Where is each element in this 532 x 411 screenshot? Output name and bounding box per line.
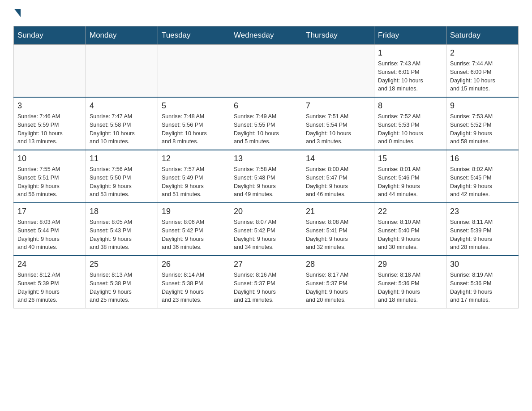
calendar-cell: 20Sunrise: 8:07 AMSunset: 5:42 PMDayligh… — [230, 203, 302, 256]
day-number: 27 — [234, 260, 298, 269]
calendar-week-row: 10Sunrise: 7:55 AMSunset: 5:51 PMDayligh… — [14, 150, 519, 203]
day-info: Sunrise: 8:16 AMSunset: 5:37 PMDaylight:… — [234, 271, 298, 304]
day-info: Sunrise: 8:10 AMSunset: 5:40 PMDaylight:… — [378, 218, 442, 252]
day-info: Sunrise: 7:55 AMSunset: 5:51 PMDaylight:… — [17, 165, 82, 199]
calendar-week-row: 17Sunrise: 8:03 AMSunset: 5:44 PMDayligh… — [14, 203, 519, 256]
day-info: Sunrise: 8:05 AMSunset: 5:43 PMDaylight:… — [90, 218, 154, 252]
day-info: Sunrise: 7:49 AMSunset: 5:55 PMDaylight:… — [234, 112, 298, 146]
day-info: Sunrise: 7:48 AMSunset: 5:56 PMDaylight:… — [162, 112, 226, 146]
calendar-cell: 5Sunrise: 7:48 AMSunset: 5:56 PMDaylight… — [158, 97, 230, 150]
day-info: Sunrise: 7:58 AMSunset: 5:48 PMDaylight:… — [234, 165, 298, 199]
calendar-cell: 23Sunrise: 8:11 AMSunset: 5:39 PMDayligh… — [446, 203, 519, 256]
calendar-cell: 13Sunrise: 7:58 AMSunset: 5:48 PMDayligh… — [230, 150, 302, 203]
calendar-header-row: SundayMondayTuesdayWednesdayThursdayFrid… — [14, 26, 519, 45]
calendar-cell: 6Sunrise: 7:49 AMSunset: 5:55 PMDaylight… — [230, 97, 302, 150]
day-number: 16 — [450, 154, 515, 163]
calendar-cell: 21Sunrise: 8:08 AMSunset: 5:41 PMDayligh… — [302, 203, 374, 256]
day-number: 29 — [378, 260, 442, 269]
day-number: 19 — [162, 207, 226, 216]
calendar-cell: 14Sunrise: 8:00 AMSunset: 5:47 PMDayligh… — [302, 150, 374, 203]
calendar-cell: 2Sunrise: 7:44 AMSunset: 6:00 PMDaylight… — [446, 45, 519, 98]
day-number: 9 — [450, 101, 515, 111]
day-number: 12 — [162, 154, 226, 163]
calendar-cell: 16Sunrise: 8:02 AMSunset: 5:45 PMDayligh… — [446, 150, 519, 203]
calendar-cell — [302, 45, 374, 98]
calendar-cell: 3Sunrise: 7:46 AMSunset: 5:59 PMDaylight… — [14, 97, 86, 150]
day-info: Sunrise: 8:11 AMSunset: 5:39 PMDaylight:… — [450, 218, 515, 252]
calendar-cell: 27Sunrise: 8:16 AMSunset: 5:37 PMDayligh… — [230, 256, 302, 308]
calendar-cell: 7Sunrise: 7:51 AMSunset: 5:54 PMDaylight… — [302, 97, 374, 150]
calendar-cell: 22Sunrise: 8:10 AMSunset: 5:40 PMDayligh… — [374, 203, 446, 256]
calendar-cell: 29Sunrise: 8:18 AMSunset: 5:36 PMDayligh… — [374, 256, 446, 308]
calendar-cell: 18Sunrise: 8:05 AMSunset: 5:43 PMDayligh… — [86, 203, 158, 256]
calendar-cell: 1Sunrise: 7:43 AMSunset: 6:01 PMDaylight… — [374, 45, 446, 98]
day-info: Sunrise: 8:19 AMSunset: 5:36 PMDaylight:… — [450, 271, 515, 304]
weekday-header-saturday: Saturday — [446, 26, 519, 45]
day-info: Sunrise: 8:18 AMSunset: 5:36 PMDaylight:… — [378, 271, 442, 304]
day-number: 15 — [378, 154, 442, 163]
day-info: Sunrise: 7:57 AMSunset: 5:49 PMDaylight:… — [162, 165, 226, 199]
day-info: Sunrise: 8:12 AMSunset: 5:39 PMDaylight:… — [17, 271, 82, 304]
day-info: Sunrise: 8:01 AMSunset: 5:46 PMDaylight:… — [378, 165, 442, 199]
logo-arrow-icon — [14, 9, 21, 17]
day-info: Sunrise: 7:47 AMSunset: 5:58 PMDaylight:… — [90, 112, 154, 146]
calendar-cell: 26Sunrise: 8:14 AMSunset: 5:38 PMDayligh… — [158, 256, 230, 308]
weekday-header-tuesday: Tuesday — [158, 26, 230, 45]
calendar-week-row: 3Sunrise: 7:46 AMSunset: 5:59 PMDaylight… — [14, 97, 519, 150]
day-info: Sunrise: 8:08 AMSunset: 5:41 PMDaylight:… — [306, 218, 370, 252]
calendar-cell: 9Sunrise: 7:53 AMSunset: 5:52 PMDaylight… — [446, 97, 519, 150]
day-number: 10 — [17, 154, 82, 163]
calendar-cell: 8Sunrise: 7:52 AMSunset: 5:53 PMDaylight… — [374, 97, 446, 150]
day-info: Sunrise: 8:13 AMSunset: 5:38 PMDaylight:… — [90, 271, 154, 304]
day-number: 6 — [234, 101, 298, 111]
calendar-cell: 12Sunrise: 7:57 AMSunset: 5:49 PMDayligh… — [158, 150, 230, 203]
day-info: Sunrise: 8:06 AMSunset: 5:42 PMDaylight:… — [162, 218, 226, 252]
day-number: 14 — [306, 154, 370, 163]
calendar-cell: 10Sunrise: 7:55 AMSunset: 5:51 PMDayligh… — [14, 150, 86, 203]
day-number: 17 — [17, 207, 82, 216]
day-number: 23 — [450, 207, 515, 216]
calendar-cell: 25Sunrise: 8:13 AMSunset: 5:38 PMDayligh… — [86, 256, 158, 308]
page-header — [13, 9, 519, 17]
calendar-cell — [230, 45, 302, 98]
day-number: 25 — [90, 260, 154, 269]
calendar-cell — [14, 45, 86, 98]
calendar-table: SundayMondayTuesdayWednesdayThursdayFrid… — [13, 26, 519, 308]
day-info: Sunrise: 8:00 AMSunset: 5:47 PMDaylight:… — [306, 165, 370, 199]
day-number: 18 — [90, 207, 154, 216]
weekday-header-thursday: Thursday — [302, 26, 374, 45]
day-number: 1 — [378, 48, 442, 58]
day-info: Sunrise: 8:03 AMSunset: 5:44 PMDaylight:… — [17, 218, 82, 252]
calendar-cell — [158, 45, 230, 98]
calendar-cell: 30Sunrise: 8:19 AMSunset: 5:36 PMDayligh… — [446, 256, 519, 308]
day-info: Sunrise: 8:17 AMSunset: 5:37 PMDaylight:… — [306, 271, 370, 304]
day-number: 21 — [306, 207, 370, 216]
day-number: 13 — [234, 154, 298, 163]
day-number: 3 — [17, 101, 82, 111]
day-info: Sunrise: 7:56 AMSunset: 5:50 PMDaylight:… — [90, 165, 154, 199]
calendar-cell: 17Sunrise: 8:03 AMSunset: 5:44 PMDayligh… — [14, 203, 86, 256]
day-number: 2 — [450, 48, 515, 58]
day-info: Sunrise: 7:53 AMSunset: 5:52 PMDaylight:… — [450, 112, 515, 146]
day-info: Sunrise: 7:51 AMSunset: 5:54 PMDaylight:… — [306, 112, 370, 146]
calendar-cell — [86, 45, 158, 98]
logo — [13, 9, 21, 17]
day-number: 28 — [306, 260, 370, 269]
calendar-week-row: 24Sunrise: 8:12 AMSunset: 5:39 PMDayligh… — [14, 256, 519, 308]
calendar-cell: 11Sunrise: 7:56 AMSunset: 5:50 PMDayligh… — [86, 150, 158, 203]
day-number: 4 — [90, 101, 154, 111]
day-info: Sunrise: 7:46 AMSunset: 5:59 PMDaylight:… — [17, 112, 82, 146]
weekday-header-friday: Friday — [374, 26, 446, 45]
day-number: 8 — [378, 101, 442, 111]
day-info: Sunrise: 7:52 AMSunset: 5:53 PMDaylight:… — [378, 112, 442, 146]
day-info: Sunrise: 7:44 AMSunset: 6:00 PMDaylight:… — [450, 60, 515, 93]
calendar-week-row: 1Sunrise: 7:43 AMSunset: 6:01 PMDaylight… — [14, 45, 519, 98]
day-info: Sunrise: 8:14 AMSunset: 5:38 PMDaylight:… — [162, 271, 226, 304]
day-number: 11 — [90, 154, 154, 163]
day-number: 20 — [234, 207, 298, 216]
calendar-cell: 19Sunrise: 8:06 AMSunset: 5:42 PMDayligh… — [158, 203, 230, 256]
calendar-cell: 15Sunrise: 8:01 AMSunset: 5:46 PMDayligh… — [374, 150, 446, 203]
day-number: 7 — [306, 101, 370, 111]
calendar-cell: 28Sunrise: 8:17 AMSunset: 5:37 PMDayligh… — [302, 256, 374, 308]
weekday-header-wednesday: Wednesday — [230, 26, 302, 45]
